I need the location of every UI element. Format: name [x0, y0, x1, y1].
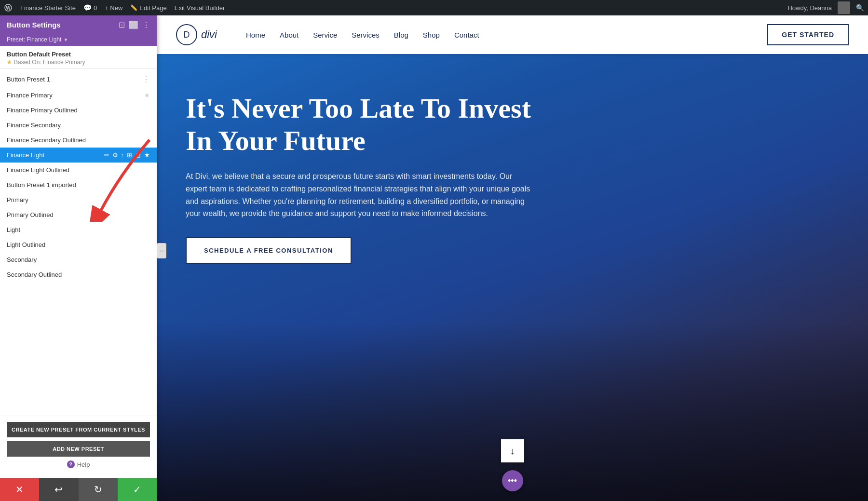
main-layout: Button Settings ⊡ ⬜ ⋮ Preset: Finance Li…	[0, 15, 868, 501]
preset-label-text: Preset: Finance Light	[7, 36, 61, 43]
list-item[interactable]: Light	[0, 222, 157, 237]
preset-label[interactable]: Preset: Finance Light ▼	[0, 34, 157, 46]
nav-about[interactable]: About	[280, 31, 298, 39]
svg-text:W: W	[6, 5, 11, 11]
duplicate-icon[interactable]: ⊞	[127, 151, 132, 159]
nav-contact[interactable]: Contact	[454, 31, 479, 39]
default-preset-title: Button Default Preset	[7, 51, 150, 58]
preset-item-name: Secondary	[7, 256, 150, 263]
list-item[interactable]: Finance Light Outlined	[0, 162, 157, 177]
arrow-down-icon: ↓	[510, 446, 515, 457]
redo-button[interactable]: ↻	[79, 478, 118, 501]
exit-builder-link[interactable]: Exit Visual Builder	[175, 4, 225, 12]
star-icon[interactable]: ★	[144, 151, 150, 159]
resize-handle[interactable]: ↔	[157, 243, 166, 258]
list-item[interactable]: Primary Outlined	[0, 207, 157, 222]
admin-bar: W Finance Starter Site 💬 0 + New ✏️ Edit…	[0, 0, 868, 15]
preset-item-name: Finance Secondary Outlined	[7, 136, 150, 144]
chevron-down-icon: ▼	[63, 37, 68, 42]
admin-bar-right: Howdy, Deanna 🔍	[787, 1, 864, 14]
site-name[interactable]: Finance Starter Site	[20, 4, 76, 12]
star-icon: ★	[144, 92, 150, 99]
nav-home[interactable]: Home	[246, 31, 265, 39]
edit-icon[interactable]: ✏	[104, 151, 109, 159]
panel-bottom: CREATE NEW PRESET FROM CURRENT STYLES AD…	[0, 416, 157, 478]
hero-cta-button[interactable]: SCHEDULE A FREE CONSULTATION	[186, 237, 352, 264]
more-icon[interactable]: ⋮	[142, 20, 150, 29]
howdy-label: Howdy, Deanna	[787, 4, 832, 12]
logo-circle: D	[176, 24, 197, 45]
close-button[interactable]: ✕	[0, 478, 39, 501]
comment-link[interactable]: 💬 0	[83, 4, 97, 12]
panel-title: Button Settings	[7, 21, 61, 29]
preset-item-name: Finance Secondary	[7, 122, 150, 129]
default-preset-section: Button Default Preset ★ Based On: Financ…	[0, 46, 157, 69]
preset-item-name: Finance Primary Outlined	[7, 107, 150, 114]
preview-area: D divi Home About Service Services Blog …	[157, 15, 868, 501]
hero-title: It's Never Too Late To Invest In Your Fu…	[186, 93, 552, 157]
left-panel: Button Settings ⊡ ⬜ ⋮ Preset: Finance Li…	[0, 15, 157, 501]
preset-item-name: Light	[7, 226, 150, 233]
preset-item-name: Finance Light Outlined	[7, 166, 150, 174]
preset-item-name: Secondary Outlined	[7, 271, 150, 278]
nav-shop[interactable]: Shop	[423, 31, 440, 39]
logo-text: divi	[201, 28, 217, 41]
edit-page-link[interactable]: ✏️ Edit Page	[130, 4, 166, 12]
save-button[interactable]: ✓	[118, 478, 157, 501]
undo-button[interactable]: ↩	[39, 478, 78, 501]
active-preset-item[interactable]: Finance Light ✏ ⚙ ↑ ⊞ 🗑 ★	[0, 148, 157, 162]
default-preset-subtitle: ★ Based On: Finance Primary	[7, 59, 150, 66]
list-item[interactable]: Secondary	[0, 252, 157, 267]
list-item[interactable]: Finance Secondary	[0, 118, 157, 133]
site-nav: D divi Home About Service Services Blog …	[157, 15, 868, 54]
help-icon: ?	[67, 460, 75, 468]
list-item[interactable]: Button Preset 1 ⋮	[0, 71, 157, 88]
list-item[interactable]: Finance Primary Outlined	[0, 103, 157, 118]
list-item[interactable]: Primary	[0, 192, 157, 207]
list-item[interactable]: Finance Secondary Outlined	[0, 133, 157, 148]
hero-content: It's Never Too Late To Invest In Your Fu…	[186, 93, 552, 264]
list-item[interactable]: Finance Primary ★	[0, 88, 157, 103]
nav-cta-button[interactable]: GET STARTED	[767, 24, 849, 45]
delete-icon[interactable]: 🗑	[135, 151, 141, 159]
nav-links: Home About Service Services Blog Shop Co…	[246, 31, 767, 39]
preset-item-name: Finance Primary	[7, 92, 144, 99]
hero-body: At Divi, we believe that a secure and pr…	[186, 170, 533, 219]
responsive-icon[interactable]: ⊡	[119, 20, 125, 29]
wordpress-icon[interactable]: W	[4, 3, 13, 12]
new-link[interactable]: + New	[105, 4, 122, 12]
preset-item-name: Button Preset 1	[7, 76, 142, 83]
preset-item-name: Finance Light	[7, 151, 104, 159]
expand-icon[interactable]: ⬜	[129, 20, 138, 29]
scroll-down-button[interactable]: ↓	[501, 439, 524, 462]
bottom-toolbar: ✕ ↩ ↻ ✓	[0, 478, 157, 501]
preset-item-name: Primary	[7, 196, 150, 203]
more-dots-icon[interactable]: ⋮	[142, 75, 150, 84]
user-avatar	[838, 1, 850, 14]
preset-item-actions: ✏ ⚙ ↑ ⊞ 🗑 ★	[104, 151, 150, 159]
nav-blog[interactable]: Blog	[394, 31, 408, 39]
star-icon: ★	[7, 59, 12, 66]
site-logo: D divi	[176, 24, 217, 45]
settings-icon[interactable]: ⚙	[112, 151, 118, 159]
list-item[interactable]: Light Outlined	[0, 237, 157, 252]
presets-list: Button Preset 1 ⋮ Finance Primary ★ Fina…	[0, 69, 157, 416]
list-item[interactable]: Secondary Outlined	[0, 267, 157, 282]
search-icon[interactable]: 🔍	[856, 4, 864, 12]
list-item[interactable]: Button Preset 1 imported	[0, 177, 157, 192]
upload-icon[interactable]: ↑	[121, 151, 124, 159]
panel-header-icons: ⊡ ⬜ ⋮	[119, 20, 150, 29]
nav-services[interactable]: Services	[352, 31, 380, 39]
nav-service[interactable]: Service	[313, 31, 337, 39]
hero-section: It's Never Too Late To Invest In Your Fu…	[157, 54, 868, 501]
preset-item-name: Button Preset 1 imported	[7, 181, 150, 189]
preset-item-name: Light Outlined	[7, 241, 150, 248]
help-link[interactable]: ? Help	[7, 457, 150, 472]
purple-dots-button[interactable]: •••	[502, 470, 523, 491]
panel-header: Button Settings ⊡ ⬜ ⋮	[0, 15, 157, 34]
dots-icon: •••	[508, 476, 517, 486]
create-preset-button[interactable]: CREATE NEW PRESET FROM CURRENT STYLES	[7, 422, 150, 437]
preset-item-name: Primary Outlined	[7, 211, 150, 218]
help-label: Help	[77, 461, 90, 468]
add-preset-button[interactable]: ADD NEW PRESET	[7, 441, 150, 457]
